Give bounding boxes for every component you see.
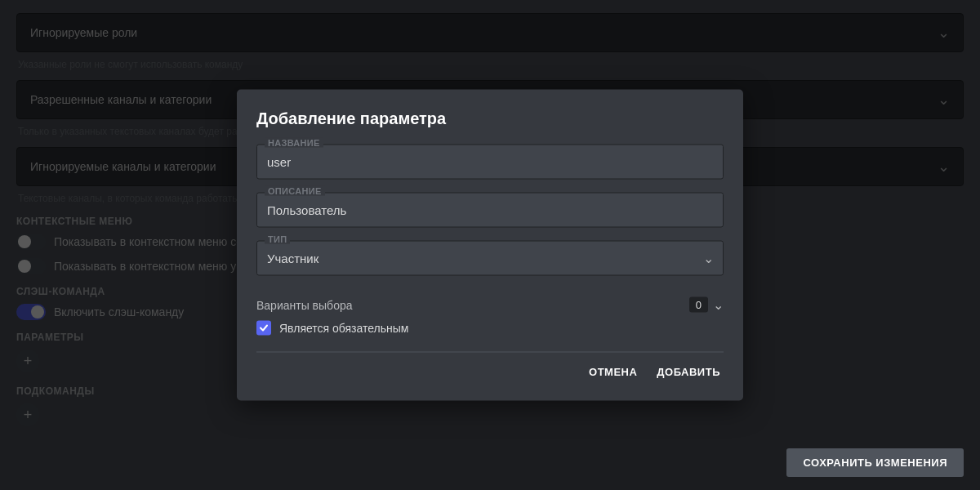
choices-count-area[interactable]: 0 ⌄ xyxy=(689,297,724,313)
checkmark-icon xyxy=(259,323,269,333)
choices-row: Варианты выбора 0 ⌄ xyxy=(256,289,724,321)
description-field-group: Описание xyxy=(256,193,724,228)
choices-count-badge: 0 xyxy=(689,297,708,313)
choices-chevron-icon: ⌄ xyxy=(713,297,724,313)
cancel-button[interactable]: ОТМЕНА xyxy=(586,359,640,385)
add-parameter-modal: Добавление параметра Название Описание Т… xyxy=(237,90,743,401)
name-input[interactable] xyxy=(256,145,724,180)
required-checkbox[interactable] xyxy=(256,321,271,336)
type-field-group: Тип Участник Строка Целое число Булевый … xyxy=(256,241,724,276)
save-changes-button[interactable]: СОХРАНИТЬ ИЗМЕНЕНИЯ xyxy=(786,448,964,477)
type-select[interactable]: Участник Строка Целое число Булевый Поль… xyxy=(256,241,724,276)
choices-label: Варианты выбора xyxy=(256,298,353,311)
required-row[interactable]: Является обязательным xyxy=(256,321,724,336)
add-button[interactable]: ДОБАВИТЬ xyxy=(653,359,724,385)
description-input[interactable] xyxy=(256,193,724,228)
modal-title: Добавление параметра xyxy=(256,109,724,128)
name-field-label: Название xyxy=(265,138,323,148)
required-label: Является обязательным xyxy=(279,322,408,335)
name-field-group: Название xyxy=(256,145,724,180)
type-select-wrapper: Участник Строка Целое число Булевый Поль… xyxy=(256,241,724,276)
description-field-label: Описание xyxy=(265,186,325,196)
type-field-label: Тип xyxy=(265,234,290,244)
modal-actions: ОТМЕНА ДОБАВИТЬ xyxy=(256,352,724,385)
